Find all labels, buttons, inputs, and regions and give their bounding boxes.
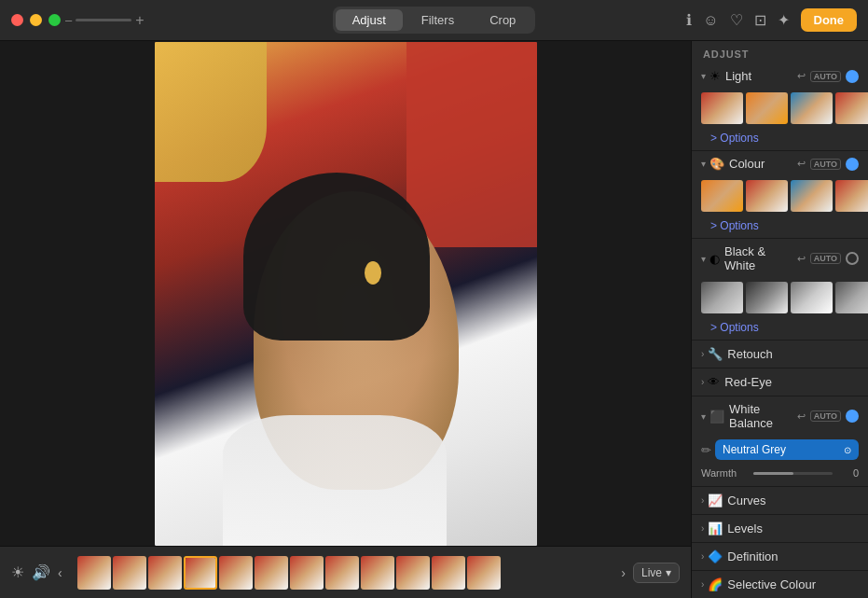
live-label: Live: [641, 566, 662, 579]
filmstrip-thumb-1[interactable]: [77, 556, 111, 590]
light-thumb-2[interactable]: [746, 92, 788, 124]
filmstrip-thumb-4[interactable]: [184, 556, 217, 590]
light-thumb-3[interactable]: [791, 92, 833, 124]
definition-icon: 🔷: [708, 549, 723, 563]
wb-icon: ⬛: [710, 410, 724, 424]
filmstrip-thumb-5[interactable]: [219, 556, 253, 590]
selective-colour-chevron-icon: ›: [701, 579, 704, 590]
selective-colour-label: Selective Colour: [727, 577, 859, 591]
bw-icon: ◐: [710, 252, 720, 266]
warmth-slider[interactable]: [753, 472, 833, 475]
bw-auto-badge[interactable]: AUTO: [810, 253, 841, 264]
share-icon[interactable]: ✦: [778, 11, 790, 29]
retouch-chevron-icon: ›: [701, 349, 704, 359]
close-button[interactable]: [11, 14, 23, 26]
filmstrip-thumb-9[interactable]: [361, 556, 394, 590]
brightness-slider-area: – +: [65, 12, 145, 29]
section-wb-header[interactable]: ▾ ⬛ White Balance ↩ AUTO: [692, 396, 868, 436]
bw-toggle[interactable]: [846, 252, 859, 265]
titlebar: – + Adjust Filters Crop ℹ ☺ ♡ ⊡ ✦ Done: [0, 0, 868, 41]
light-auto-badge[interactable]: AUTO: [810, 71, 841, 82]
tab-filters[interactable]: Filters: [405, 9, 471, 31]
slider-minus-icon: –: [65, 13, 72, 27]
wb-toggle[interactable]: [846, 410, 859, 423]
filmstrip-next[interactable]: ›: [621, 565, 626, 580]
info-icon[interactable]: ℹ: [686, 11, 692, 29]
redeye-chevron-icon: ›: [701, 377, 704, 387]
colour-undo-icon[interactable]: ↩: [797, 158, 806, 170]
wb-chevron-icon: ▾: [701, 411, 706, 422]
colour-toggle[interactable]: [846, 158, 859, 171]
light-options[interactable]: > Options: [692, 130, 868, 150]
wb-preset-label: Neutral Grey: [723, 443, 786, 456]
photo-area: ☀ 🔊 ‹ › Live ▾: [0, 41, 691, 598]
section-selective-colour[interactable]: › 🌈 Selective Colour: [692, 571, 868, 598]
bw-controls: ↩ AUTO: [797, 252, 859, 265]
light-undo-icon[interactable]: ↩: [797, 70, 806, 82]
bw-thumb-4[interactable]: [835, 282, 868, 313]
bw-thumb-2[interactable]: [746, 282, 788, 313]
filmstrip-thumb-12[interactable]: [467, 556, 501, 590]
section-definition[interactable]: › 🔷 Definition: [692, 543, 868, 571]
colour-label: Colour: [729, 157, 797, 171]
light-thumb-1[interactable]: [701, 92, 743, 124]
tab-crop[interactable]: Crop: [473, 9, 532, 31]
section-redeye[interactable]: › 👁 Red-Eye: [692, 369, 868, 396]
selective-colour-icon: 🌈: [708, 577, 723, 591]
warmth-slider-fill: [753, 472, 793, 475]
colour-auto-badge[interactable]: AUTO: [810, 159, 841, 170]
heart-icon[interactable]: ♡: [730, 11, 743, 29]
minimize-button[interactable]: [30, 14, 42, 26]
section-levels[interactable]: › 📊 Levels: [692, 515, 868, 543]
maximize-button[interactable]: [48, 14, 61, 26]
done-button[interactable]: Done: [801, 8, 858, 32]
live-dropdown[interactable]: Live ▾: [633, 563, 680, 583]
filmstrip-thumb-11[interactable]: [432, 556, 465, 590]
colour-options[interactable]: > Options: [692, 217, 868, 238]
section-bw-header[interactable]: ▾ ◐ Black & White ↩ AUTO: [692, 239, 868, 278]
filmstrip-thumb-2[interactable]: [113, 556, 146, 590]
filmstrip-prev[interactable]: ‹: [58, 565, 62, 580]
filmstrip-thumb-3[interactable]: [148, 556, 182, 590]
light-label: Light: [725, 69, 797, 83]
warmth-value: 0: [838, 467, 859, 479]
colour-thumb-3[interactable]: [791, 180, 833, 212]
light-thumb-4[interactable]: [835, 92, 868, 124]
bw-undo-icon[interactable]: ↩: [797, 253, 806, 265]
wb-pencil-icon[interactable]: ✏: [701, 443, 711, 457]
crop-icon[interactable]: ⊡: [754, 11, 766, 29]
curves-label: Curves: [727, 494, 859, 508]
bw-thumb-1[interactable]: [701, 282, 743, 313]
bw-thumbnails: [692, 278, 868, 319]
brightness-slider[interactable]: [76, 19, 131, 21]
filmstrip-thumb-7[interactable]: [290, 556, 324, 590]
section-light-header[interactable]: ▾ ☀ Light ↩ AUTO: [692, 63, 868, 89]
colour-thumb-1[interactable]: [701, 180, 743, 212]
colour-controls: ↩ AUTO: [797, 158, 859, 171]
colour-thumb-2[interactable]: [746, 180, 788, 212]
bw-options[interactable]: > Options: [692, 319, 868, 340]
titlebar-right: ℹ ☺ ♡ ⊡ ✦ Done: [686, 8, 857, 32]
emoji-icon[interactable]: ☺: [703, 12, 718, 29]
light-toggle[interactable]: [846, 70, 859, 83]
section-retouch[interactable]: › 🔧 Retouch: [692, 341, 868, 369]
wb-preset-dropdown[interactable]: Neutral Grey ⊙: [715, 439, 859, 460]
section-colour-header[interactable]: ▾ 🎨 Colour ↩ AUTO: [692, 151, 868, 176]
curves-icon: 📈: [708, 494, 723, 508]
light-icon: ☀: [710, 69, 721, 83]
filmstrip-thumb-10[interactable]: [396, 556, 430, 590]
bw-thumb-3[interactable]: [791, 282, 833, 313]
sun-icon[interactable]: ☀: [11, 563, 24, 581]
section-curves[interactable]: › 📈 Curves: [692, 487, 868, 515]
section-wb: ▾ ⬛ White Balance ↩ AUTO ✏ Neutral Grey …: [692, 396, 868, 487]
filmstrip-thumb-8[interactable]: [325, 556, 359, 590]
wb-undo-icon[interactable]: ↩: [797, 410, 806, 423]
filmstrip-thumb-6[interactable]: [255, 556, 288, 590]
colour-thumb-4[interactable]: [835, 180, 868, 212]
wb-dropdown-chevron-icon: ⊙: [844, 445, 851, 455]
wb-auto-badge[interactable]: AUTO: [810, 410, 841, 422]
main-area: ☀ 🔊 ‹ › Live ▾: [0, 41, 868, 598]
sound-icon[interactable]: 🔊: [32, 563, 50, 581]
tab-adjust[interactable]: Adjust: [336, 9, 403, 31]
colour-chevron-icon: ▾: [701, 159, 706, 169]
